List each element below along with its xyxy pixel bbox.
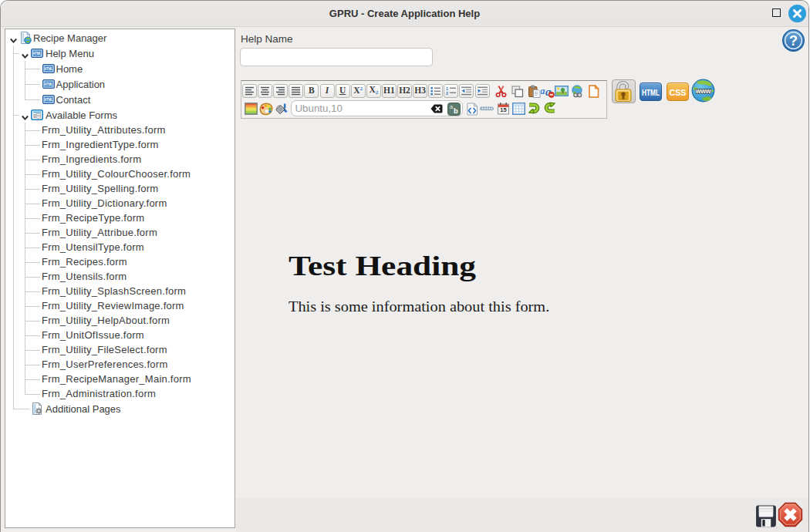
- svg-text:www: www: [695, 87, 711, 95]
- svg-text:HTML: HTML: [642, 89, 660, 97]
- svg-text:HTML: HTML: [45, 97, 53, 102]
- svg-text:HTML: HTML: [45, 66, 53, 71]
- svg-text:2: 2: [446, 90, 448, 95]
- svg-text:HTML: HTML: [45, 82, 53, 86]
- svg-text:HTML: HTML: [33, 51, 42, 56]
- svg-text:b: b: [454, 106, 458, 114]
- svg-text:CSS: CSS: [670, 88, 687, 97]
- svg-text:15: 15: [500, 106, 506, 113]
